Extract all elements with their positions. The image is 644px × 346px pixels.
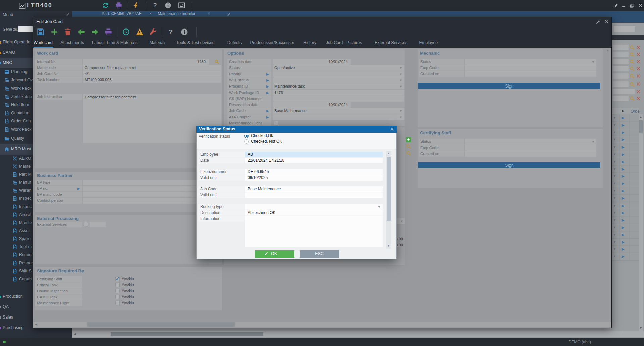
- table-row[interactable]: ▼▶: [612, 217, 639, 224]
- sign-button[interactable]: Sign: [418, 162, 600, 168]
- tab-defects[interactable]: Defects: [227, 39, 249, 48]
- side-field[interactable]: [613, 45, 629, 50]
- table-row[interactable]: ▼▶: [612, 166, 639, 173]
- radio-selected[interactable]: [244, 134, 249, 138]
- window-close-icon[interactable]: [604, 19, 609, 24]
- field-value[interactable]: [273, 71, 404, 77]
- clear-icon[interactable]: [636, 82, 641, 86]
- chevron-down-icon[interactable]: ▼: [613, 124, 616, 127]
- chevron-down-icon[interactable]: ▼: [378, 206, 381, 209]
- signature-checkbox[interactable]: [115, 301, 120, 305]
- row-open-icon[interactable]: ▶: [622, 181, 626, 186]
- side-vscrollbar[interactable]: [639, 114, 643, 331]
- window-control-minimize-icon[interactable]: [621, 3, 626, 8]
- row-open-icon[interactable]: ▶: [622, 225, 626, 230]
- chevron-down-icon[interactable]: ▼: [399, 85, 403, 89]
- field-value[interactable]: Base Maintenance: [273, 108, 404, 114]
- table-row[interactable]: ▼▶: [612, 187, 639, 195]
- row-open-icon[interactable]: ▶: [622, 130, 626, 135]
- toolbar-forward-icon[interactable]: [91, 28, 99, 36]
- chevron-down-icon[interactable]: ▼: [613, 255, 616, 258]
- topbar-flash-icon[interactable]: [132, 2, 139, 9]
- chevron-down-icon[interactable]: ▼: [592, 140, 595, 144]
- search-icon[interactable]: [630, 82, 635, 87]
- table-row[interactable]: ▼▶: [612, 173, 639, 180]
- search-icon[interactable]: [214, 59, 219, 64]
- toolbar-print-icon[interactable]: [105, 28, 112, 36]
- expand-arrow-icon[interactable]: ▶: [266, 78, 270, 82]
- toolbar-save-icon[interactable]: [37, 28, 44, 36]
- search-icon[interactable]: [630, 52, 635, 57]
- clear-icon[interactable]: [636, 66, 641, 71]
- chevron-down-icon[interactable]: ▼: [399, 73, 403, 76]
- signature-checkbox[interactable]: [115, 283, 120, 287]
- toolbar-help-icon[interactable]: ?: [167, 28, 174, 36]
- row-open-icon[interactable]: ▶: [622, 233, 626, 237]
- side-field[interactable]: [613, 81, 629, 87]
- toolbar-warning-icon[interactable]: [136, 28, 143, 36]
- modal-field-value[interactable]: [245, 216, 383, 247]
- row-open-icon[interactable]: ▶: [622, 167, 626, 172]
- chevron-down-icon[interactable]: ▼: [399, 110, 403, 113]
- maintenance-flight-checkbox[interactable]: [274, 121, 278, 125]
- menu-pin-icon[interactable]: [66, 12, 70, 16]
- row-open-icon[interactable]: ▶: [622, 218, 626, 223]
- field-value[interactable]: [465, 59, 596, 65]
- row-open-icon[interactable]: ▶: [622, 211, 626, 215]
- toolbar-add-icon[interactable]: [51, 28, 58, 36]
- expand-arrow-icon[interactable]: ▶: [77, 187, 82, 191]
- window-control-pin-icon[interactable]: [613, 3, 618, 8]
- table-row[interactable]: ▼▶: [612, 180, 639, 187]
- main-tab[interactable]: Maintenance monitor✕: [158, 11, 213, 17]
- table-row[interactable]: ▼▶: [612, 129, 639, 136]
- chevron-down-icon[interactable]: ▼: [613, 182, 616, 185]
- expand-arrow-icon[interactable]: ▶: [266, 109, 270, 113]
- clear-icon[interactable]: [636, 89, 641, 94]
- table-row[interactable]: ▼▶: [612, 195, 639, 202]
- signature-checkbox[interactable]: [115, 295, 120, 299]
- tab-materials[interactable]: Materials: [150, 39, 175, 48]
- chevron-down-icon[interactable]: ▼: [613, 219, 616, 222]
- table-row[interactable]: ▼▶: [612, 143, 639, 151]
- clear-icon[interactable]: [636, 96, 641, 101]
- field-value[interactable]: Maintenance task: [273, 83, 404, 89]
- row-open-icon[interactable]: ▶: [622, 254, 626, 259]
- side-field[interactable]: [613, 96, 629, 101]
- chevron-down-icon[interactable]: ▼: [613, 168, 616, 171]
- field-value[interactable]: Open/active: [273, 65, 404, 71]
- esc-button[interactable]: ESC: [300, 250, 339, 258]
- tab-tools-test-devices[interactable]: Tools & Test devices: [176, 39, 226, 48]
- side-vscroll-thumb[interactable]: [639, 120, 643, 133]
- field-value[interactable]: 4/1: [83, 71, 221, 77]
- table-row[interactable]: ▼▶: [612, 239, 639, 246]
- search-icon[interactable]: [406, 151, 411, 156]
- modal-field-value[interactable]: Abzeichnen OK: [245, 210, 383, 216]
- signature-checkbox[interactable]: ✓: [115, 277, 120, 281]
- row-open-icon[interactable]: ▶: [622, 204, 626, 208]
- modal-field-value[interactable]: 09/10/2025: [245, 175, 383, 181]
- table-row[interactable]: ▼▶: [612, 114, 639, 122]
- field-value[interactable]: 10/01/2024: [273, 102, 351, 108]
- chevron-down-icon[interactable]: ▼: [613, 146, 616, 149]
- field-value[interactable]: [465, 65, 596, 71]
- search-icon[interactable]: [630, 96, 635, 101]
- row-open-icon[interactable]: ▶: [622, 123, 626, 128]
- row-open-icon[interactable]: ▶: [622, 174, 626, 179]
- window-control-maximize-icon[interactable]: [630, 3, 635, 8]
- topbar-info-icon[interactable]: [165, 2, 171, 9]
- topbar-printer-icon[interactable]: [115, 2, 122, 9]
- search-icon[interactable]: [630, 59, 635, 64]
- field-value[interactable]: Compressor filter replacement: [83, 65, 221, 71]
- window-pin-icon[interactable]: [596, 19, 600, 24]
- modal-field-value[interactable]: DE.66.6545: [245, 169, 383, 175]
- field-value[interactable]: [465, 151, 596, 157]
- topbar-refresh-icon[interactable]: [102, 2, 109, 9]
- table-row[interactable]: ▼▶: [612, 122, 639, 129]
- side-field[interactable]: [613, 73, 629, 79]
- chevron-down-icon[interactable]: ▼: [613, 138, 616, 141]
- row-open-icon[interactable]: ▶: [622, 152, 626, 157]
- chevron-down-icon[interactable]: ▼: [613, 241, 616, 244]
- row-open-icon[interactable]: ▶: [622, 160, 626, 164]
- clear-icon[interactable]: [636, 74, 641, 78]
- table-row[interactable]: ▼▶: [612, 246, 639, 253]
